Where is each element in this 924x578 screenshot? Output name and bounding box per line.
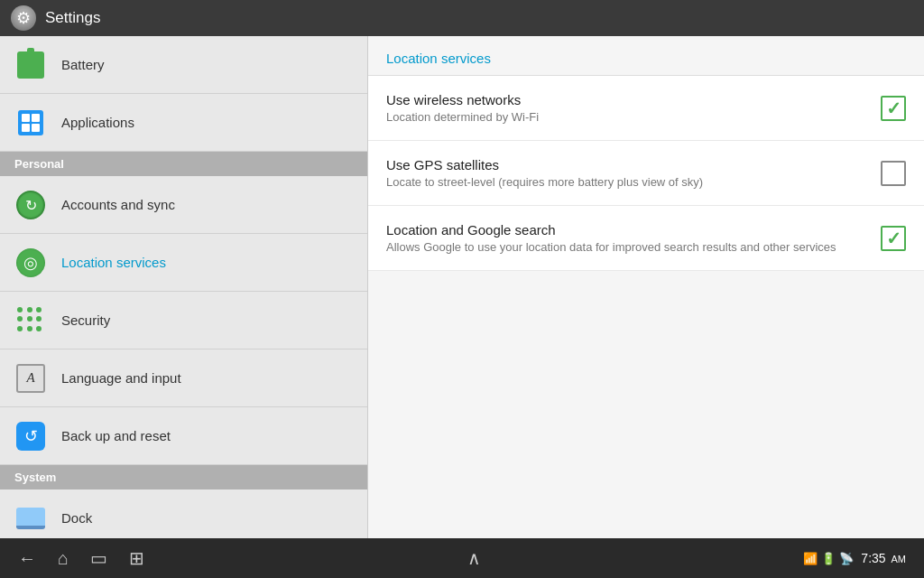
sidebar-label-backup: Back up and reset	[61, 428, 171, 443]
main-layout: Battery Applications Personal Ac	[0, 36, 924, 538]
sidebar-item-dock[interactable]: Dock	[0, 489, 367, 538]
topbar-title: Settings	[45, 9, 100, 27]
wireless-networks-checkbox[interactable]: ✓	[881, 96, 906, 121]
up-arrow-button[interactable]: ∧	[467, 547, 481, 569]
time-value: 7:35	[861, 551, 885, 565]
sidebar-item-backup[interactable]: ↺ Back up and reset	[0, 407, 367, 465]
setting-google-text: Location and Google search Allows Google…	[386, 222, 881, 254]
nav-left: ← ⌂ ▭ ⊞	[18, 547, 144, 569]
sidebar-item-applications-wrap: Applications	[0, 94, 367, 152]
setting-google-subtitle: Allows Google to use your location data …	[386, 240, 881, 254]
system-section-header: System	[0, 465, 367, 489]
checkmark-icon: ✓	[886, 99, 901, 117]
sidebar-label-applications: Applications	[61, 115, 134, 130]
signal-icon: 📶	[803, 552, 818, 565]
gear-icon: ⚙	[16, 8, 31, 28]
battery-status-icon: 🔋	[821, 552, 836, 565]
google-checkmark-icon: ✓	[886, 229, 901, 247]
sidebar-item-location-wrap: Location services	[0, 234, 367, 292]
recent-apps-button[interactable]: ▭	[90, 547, 107, 569]
setting-gps-satellites[interactable]: Use GPS satellites Locate to street-leve…	[368, 141, 924, 206]
google-search-checkbox[interactable]: ✓	[881, 226, 906, 251]
nav-center: ∧	[467, 547, 481, 569]
back-button[interactable]: ←	[18, 548, 36, 569]
bottombar: ← ⌂ ▭ ⊞ ∧ 📶 🔋 📡 7:35 AM	[0, 538, 924, 578]
wifi-status-icon: 📡	[839, 552, 854, 565]
sidebar: Battery Applications Personal Ac	[0, 36, 368, 538]
setting-wireless-networks[interactable]: Use wireless networks Location determine…	[368, 76, 924, 141]
sidebar-label-security: Security	[61, 312, 110, 328]
sidebar-label-location: Location services	[61, 255, 166, 270]
setting-gps-title: Use GPS satellites	[386, 157, 881, 172]
sidebar-item-security-wrap: Security	[0, 292, 367, 350]
setting-google-title: Location and Google search	[386, 222, 881, 238]
sidebar-label-language: Language and input	[61, 370, 181, 386]
sidebar-item-applications[interactable]: Applications	[0, 94, 367, 152]
sidebar-item-accounts[interactable]: Accounts and sync	[0, 176, 367, 234]
accounts-icon	[14, 189, 47, 221]
setting-gps-subtitle: Locate to street-level (requires more ba…	[386, 175, 881, 189]
sidebar-label-accounts: Accounts and sync	[61, 197, 175, 212]
sidebar-item-backup-wrap: ↺ Back up and reset	[0, 407, 367, 465]
sidebar-item-battery[interactable]: Battery	[0, 36, 367, 94]
setting-wireless-text: Use wireless networks Location determine…	[386, 92, 881, 124]
sidebar-label-dock: Dock	[61, 510, 92, 526]
nav-right: 📶 🔋 📡 7:35 AM	[803, 551, 906, 565]
time-display: 7:35 AM	[861, 551, 906, 565]
topbar: ⚙ Settings	[0, 0, 924, 36]
setting-google-search[interactable]: Location and Google search Allows Google…	[368, 206, 924, 271]
sidebar-item-battery-wrap: Battery	[0, 36, 367, 94]
security-icon	[14, 304, 47, 337]
status-icons: 📶 🔋 📡	[803, 552, 854, 565]
setting-wireless-title: Use wireless networks	[386, 92, 881, 107]
sidebar-label-battery: Battery	[61, 57, 105, 72]
battery-icon	[14, 49, 47, 81]
content-panel: Location services Use wireless networks …	[368, 36, 924, 538]
sidebar-item-accounts-wrap: Accounts and sync	[0, 176, 367, 234]
sidebar-item-language-wrap: A Language and input	[0, 350, 367, 407]
content-title: Location services	[368, 36, 924, 75]
backup-icon: ↺	[14, 420, 47, 452]
gps-satellites-checkbox[interactable]	[881, 161, 906, 186]
dock-icon	[14, 502, 47, 535]
sidebar-item-dock-wrap: Dock	[0, 489, 367, 538]
home-button[interactable]: ⌂	[58, 548, 69, 569]
settings-app-icon: ⚙	[11, 5, 36, 31]
applications-icon	[14, 107, 47, 139]
sidebar-item-language[interactable]: A Language and input	[0, 350, 367, 407]
location-icon	[14, 247, 47, 279]
sidebar-item-location[interactable]: Location services	[0, 234, 367, 292]
setting-gps-text: Use GPS satellites Locate to street-leve…	[386, 157, 881, 189]
language-icon: A	[14, 362, 47, 395]
screenshot-button[interactable]: ⊞	[129, 547, 144, 569]
time-ampm: AM	[891, 554, 906, 564]
sidebar-item-security[interactable]: Security	[0, 292, 367, 350]
setting-wireless-subtitle: Location determined by Wi-Fi	[386, 110, 881, 124]
personal-section-header: Personal	[0, 152, 367, 176]
